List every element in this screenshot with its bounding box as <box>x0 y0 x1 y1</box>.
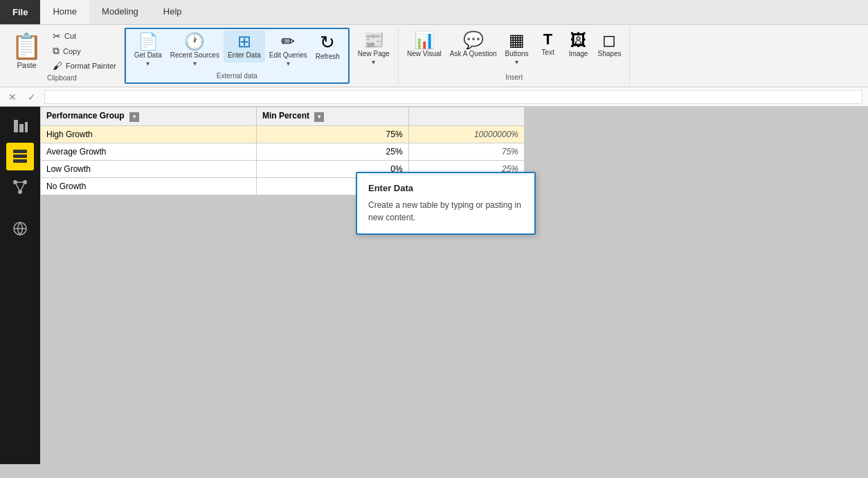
clipboard-group: 📋 Paste ✂ Cut ⧉ Copy 🖌 Format Painter C <box>0 28 125 84</box>
cell-max: 10000000% <box>408 126 524 143</box>
new-page-arrow: ▾ <box>372 58 375 66</box>
image-button[interactable]: 🖼 Image <box>563 29 594 61</box>
new-visual-icon: 📊 <box>414 32 435 48</box>
image-icon: 🖼 <box>570 32 587 48</box>
svg-rect-0 <box>14 120 18 132</box>
image-label: Image <box>569 50 588 58</box>
enter-data-tooltip: Enter Data Create a new table by typing … <box>356 172 536 235</box>
copy-icon: ⧉ <box>53 45 60 57</box>
tab-modeling[interactable]: Modeling <box>89 0 151 24</box>
get-data-arrow: ▾ <box>146 60 150 67</box>
new-visual-label: New Visual <box>407 50 442 58</box>
recent-sources-button[interactable]: 🕐 Recent Sources ▾ <box>166 30 224 70</box>
format-painter-button[interactable]: 🖌 Format Painter <box>49 59 120 73</box>
sidebar-report-icon[interactable] <box>6 112 34 140</box>
new-page-group: 📰 New Page ▾ <box>350 28 399 84</box>
insert-group: 📊 New Visual 💬 Ask A Question ▦ Buttons … <box>399 28 631 84</box>
main-area: Performance Group ▾ Min Percent ▾ High G… <box>0 107 868 464</box>
external-data-group: 📄 Get Data ▾ 🕐 Recent Sources ▾ ⊞ Enter … <box>125 28 350 84</box>
text-button[interactable]: T Text <box>533 29 563 60</box>
new-page-button[interactable]: 📰 New Page ▾ <box>354 29 394 69</box>
tab-bar: File Home Modeling Help <box>0 0 868 25</box>
ribbon-toolbar: 📋 Paste ✂ Cut ⧉ Copy 🖌 Format Painter C <box>0 25 868 87</box>
buttons-icon: ▦ <box>509 32 525 48</box>
paste-button[interactable]: 📋 Paste <box>4 29 49 72</box>
clipboard-group-content: 📋 Paste ✂ Cut ⧉ Copy 🖌 Format Painter <box>4 28 120 73</box>
refresh-icon: ↻ <box>320 33 335 51</box>
tab-help[interactable]: Help <box>151 0 195 24</box>
ask-question-button[interactable]: 💬 Ask A Question <box>446 29 501 61</box>
svg-rect-3 <box>13 150 27 153</box>
shapes-button[interactable]: ◻ Shapes <box>594 29 626 61</box>
col1-filter[interactable]: ▾ <box>129 112 139 122</box>
svg-rect-5 <box>13 159 27 163</box>
cell-group: Average Growth <box>41 143 257 161</box>
recent-sources-icon: 🕐 <box>184 33 205 50</box>
sidebar-data-icon[interactable] <box>6 143 34 170</box>
enter-data-icon: ⊞ <box>237 33 251 50</box>
text-icon: T <box>543 32 552 47</box>
edit-queries-icon: ✏ <box>281 33 295 50</box>
col2-header: Min Percent ▾ <box>256 107 408 126</box>
cell-group: No Growth <box>41 178 257 195</box>
external-data-label: External data <box>217 71 257 82</box>
get-data-label: Get Data <box>134 51 162 60</box>
svg-rect-2 <box>25 122 28 132</box>
format-painter-icon: 🖌 <box>53 60 62 71</box>
table-row: High Growth 75% 10000000% <box>41 126 525 143</box>
edit-queries-button[interactable]: ✏ Edit Queries ▾ <box>265 30 311 70</box>
formula-bar: ✕ ✓ <box>0 87 868 107</box>
cell-max: 75% <box>408 143 524 161</box>
svg-rect-4 <box>13 154 27 158</box>
formula-input[interactable] <box>44 90 862 104</box>
left-sidebar <box>0 107 40 464</box>
tooltip-desc: Create a new table by typing or pasting … <box>368 199 523 224</box>
buttons-arrow: ▾ <box>515 58 518 66</box>
ask-question-icon: 💬 <box>463 32 484 48</box>
tooltip-title: Enter Data <box>368 183 523 193</box>
tab-home[interactable]: Home <box>40 0 89 24</box>
shapes-label: Shapes <box>598 50 622 58</box>
col1-header: Performance Group ▾ <box>41 107 257 126</box>
edit-queries-label: Edit Queries <box>269 51 307 60</box>
sidebar-dax-icon[interactable] <box>6 215 34 242</box>
cell-min: 25% <box>256 143 408 161</box>
cut-button[interactable]: ✂ Cut <box>49 29 120 43</box>
new-page-icon: 📰 <box>363 32 384 48</box>
shapes-icon: ◻ <box>602 32 616 48</box>
ask-question-label: Ask A Question <box>450 50 497 58</box>
new-page-label: New Page <box>358 50 390 58</box>
formula-x-button[interactable]: ✕ <box>6 90 19 104</box>
copy-label: Copy <box>63 47 81 55</box>
enter-data-button[interactable]: ⊞ Enter Data <box>224 30 265 62</box>
small-btns: ✂ Cut ⧉ Copy 🖌 Format Painter <box>49 29 120 73</box>
new-visual-button[interactable]: 📊 New Visual <box>403 29 446 61</box>
insert-group-content: 📊 New Visual 💬 Ask A Question ▦ Buttons … <box>403 28 626 72</box>
insert-label: Insert <box>505 72 523 84</box>
data-area: Performance Group ▾ Min Percent ▾ High G… <box>40 107 868 464</box>
new-page-group-content: 📰 New Page ▾ <box>354 28 394 80</box>
col3-header <box>408 107 524 126</box>
svg-rect-1 <box>19 124 24 132</box>
formula-check-button[interactable]: ✓ <box>25 90 39 104</box>
paste-icon: 📋 <box>11 32 42 61</box>
recent-sources-label: Recent Sources <box>170 51 219 60</box>
get-data-button[interactable]: 📄 Get Data ▾ <box>130 30 166 70</box>
table-row: Average Growth 25% 75% <box>41 143 525 161</box>
text-label: Text <box>541 48 554 57</box>
copy-button[interactable]: ⧉ Copy <box>49 44 120 58</box>
cut-label: Cut <box>64 32 76 40</box>
refresh-button[interactable]: ↻ Refresh <box>311 30 344 64</box>
get-data-icon: 📄 <box>138 33 159 50</box>
sidebar-model-icon[interactable] <box>6 173 34 201</box>
col2-filter[interactable]: ▾ <box>314 112 324 122</box>
buttons-button[interactable]: ▦ Buttons ▾ <box>501 29 533 69</box>
edit-queries-arrow: ▾ <box>287 60 290 67</box>
cut-icon: ✂ <box>53 30 61 42</box>
tab-file[interactable]: File <box>0 0 40 24</box>
external-data-group-content: 📄 Get Data ▾ 🕐 Recent Sources ▾ ⊞ Enter … <box>130 29 344 71</box>
refresh-label: Refresh <box>316 53 340 61</box>
paste-label: Paste <box>17 61 36 69</box>
buttons-label: Buttons <box>505 50 529 58</box>
svg-line-11 <box>20 182 25 192</box>
